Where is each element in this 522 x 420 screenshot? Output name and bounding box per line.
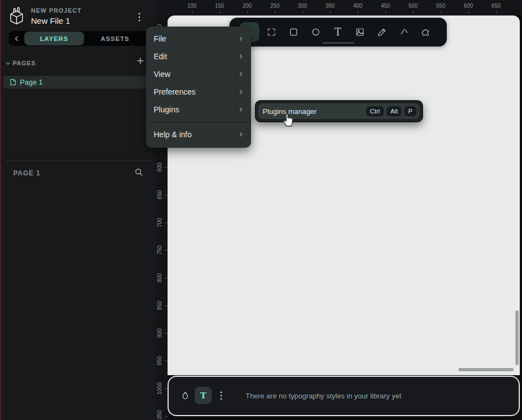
page-name: Page 1 [20, 78, 43, 86]
rectangle-icon [289, 27, 299, 37]
image-icon [355, 27, 365, 37]
typography-empty-message: There are no typography styles in your l… [246, 392, 401, 400]
typography-menu-button[interactable] [217, 390, 225, 401]
menu-item-label: Edit [154, 52, 167, 61]
vertical-scrollbar[interactable] [515, 310, 519, 365]
layers-section-header: PAGE 1 [0, 168, 155, 180]
hand-cursor-icon [280, 110, 295, 127]
image-tool-button[interactable] [350, 22, 370, 42]
menu-item-file[interactable]: File [146, 30, 251, 48]
main-menu: File Edit View Preferences Plugins Help … [146, 27, 251, 148]
curve-icon [399, 27, 409, 37]
puzzle-icon [421, 27, 431, 37]
text-icon: T [335, 27, 341, 37]
sidebar-tabbar: LAYERS ASSETS [9, 31, 150, 46]
search-layers-button[interactable] [134, 168, 143, 177]
menu-item-label: Plugins [154, 105, 179, 114]
frame-tool-button[interactable] [262, 22, 281, 42]
left-sidebar: NEW PROJECT New File 1 LAYERS ASSETS PAG… [0, 0, 155, 420]
menu-item-label: File [154, 34, 166, 43]
menu-item-edit[interactable]: Edit [146, 48, 251, 65]
sidebar-divider [6, 160, 150, 161]
menu-item-preferences[interactable]: Preferences [146, 83, 251, 101]
menu-item-label: Preferences [154, 87, 195, 96]
tab-assets[interactable]: ASSETS [84, 32, 146, 45]
menu-item-label: Help & info [154, 130, 191, 139]
path-tool-button[interactable] [394, 22, 414, 42]
ellipse-tool-button[interactable] [306, 22, 326, 42]
typography-bar: T There are no typography styles in your… [168, 376, 520, 416]
menu-item-plugins[interactable]: Plugins [146, 101, 251, 118]
menu-item-label: View [154, 70, 170, 79]
ellipse-icon [311, 27, 321, 37]
penpot-logo-icon [7, 6, 26, 26]
tab-layers[interactable]: LAYERS [24, 32, 84, 45]
chevron-right-icon [238, 54, 243, 59]
page-item-page1[interactable]: Page 1 [3, 76, 155, 89]
file-options-button[interactable] [135, 11, 145, 23]
submenu-item-label: Plugins manager [263, 107, 363, 116]
chevron-right-icon [238, 107, 243, 112]
menu-item-view[interactable]: View [146, 65, 251, 83]
frame-icon [267, 27, 276, 37]
shortcut-key-alt: Alt [387, 106, 401, 116]
menu-divider [146, 122, 251, 122]
pages-title: PAGES [13, 60, 36, 66]
shortcut-key-ctrl: Ctrl [366, 106, 384, 116]
project-name: NEW PROJECT [31, 7, 82, 14]
typography-styles-button[interactable]: T [195, 387, 212, 404]
text-tool-button[interactable]: T [328, 22, 348, 42]
page-file-icon [10, 79, 16, 86]
menu-item-help-info[interactable]: Help & info [146, 126, 251, 143]
horizontal-ruler: 100150200250300350400450500550600650 [155, 0, 522, 15]
plugins-tool-button[interactable] [416, 22, 436, 42]
screen-edge-line [0, 0, 1, 420]
chevron-right-icon [238, 89, 243, 95]
pencil-icon [377, 27, 387, 37]
chevron-right-icon [238, 132, 243, 137]
pages-header: PAGES [6, 58, 149, 69]
chevron-right-icon [238, 36, 243, 42]
chevron-right-icon [238, 71, 243, 77]
rectangle-tool-button[interactable] [284, 22, 304, 42]
layers-section-title: PAGE 1 [13, 169, 40, 177]
toolbar-drag-handle[interactable] [322, 42, 354, 44]
collapse-sidebar-button[interactable] [9, 31, 24, 46]
file-name: New File 1 [31, 16, 70, 25]
penpot-workspace: 100150200250300350400450500550600650 350… [0, 0, 522, 420]
sidebar-header: NEW PROJECT New File 1 [0, 0, 155, 31]
pen-tool-button[interactable] [372, 22, 392, 42]
add-page-button[interactable] [136, 56, 145, 65]
shortcut-key-p: P [404, 106, 416, 116]
chevron-down-icon[interactable] [6, 61, 11, 66]
horizontal-scrollbar[interactable] [458, 368, 514, 371]
droplet-icon [180, 390, 191, 402]
